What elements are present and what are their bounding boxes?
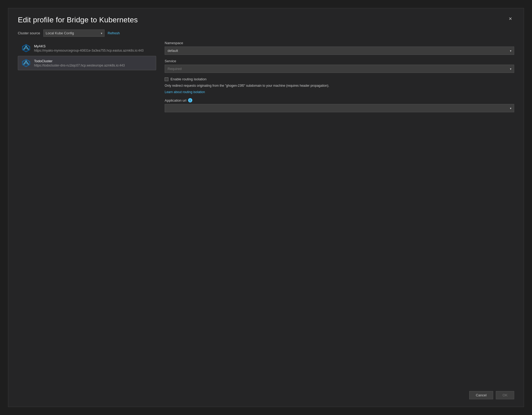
title-bar: Edit profile for Bridge to Kubernetes ✕ — [8, 8, 524, 30]
app-url-label-row: Application url i — [165, 98, 514, 102]
cluster-name-myaks: MyAKS — [34, 44, 144, 48]
namespace-field-group: Namespace default — [165, 41, 514, 55]
cluster-info-todocluster: TodoCluster https://todocluster-dns-ru1b… — [34, 59, 125, 67]
namespace-select[interactable]: default — [165, 47, 514, 55]
app-url-select[interactable] — [165, 104, 514, 112]
cluster-item-todocluster[interactable]: TodoCluster https://todocluster-dns-ru1b… — [18, 56, 156, 70]
app-url-select-wrapper — [165, 104, 514, 112]
aks-icon-myaks — [22, 44, 30, 52]
dialog-footer: Cancel OK — [8, 386, 524, 407]
routing-section: Enable routing isolation Only redirect r… — [165, 77, 514, 94]
svg-point-8 — [23, 64, 24, 65]
cluster-source-select-wrapper: Local Kube Config — [43, 30, 105, 37]
routing-isolation-checkbox[interactable] — [165, 77, 168, 81]
service-label: Service — [165, 59, 514, 63]
namespace-label: Namespace — [165, 41, 514, 45]
aks-icon-todocluster — [22, 59, 30, 67]
service-field-group: Service Required — [165, 59, 514, 73]
app-url-field-group: Application url i — [165, 98, 514, 112]
svg-point-4 — [28, 49, 29, 50]
ok-button[interactable]: OK — [496, 391, 514, 399]
app-url-label: Application url — [165, 98, 186, 102]
refresh-button[interactable]: Refresh — [108, 31, 120, 35]
dialog-body: Cluster source Local Kube Config Refresh — [8, 30, 524, 386]
right-panel: Namespace default Service Required — [165, 41, 514, 386]
cluster-info-myaks: MyAKS https://myaks-myresourcegroup-4083… — [34, 44, 144, 52]
cluster-item-myaks[interactable]: MyAKS https://myaks-myresourcegroup-4083… — [18, 41, 156, 55]
close-button[interactable]: ✕ — [506, 16, 514, 22]
routing-description: Only redirect requests originating from … — [165, 83, 514, 88]
cluster-source-label: Cluster source — [18, 31, 40, 35]
cluster-url-myaks: https://myaks-myresourcegroup-40831e-3a3… — [34, 49, 144, 52]
dialog: Edit profile for Bridge to Kubernetes ✕ … — [8, 8, 524, 407]
cluster-list: MyAKS https://myaks-myresourcegroup-4083… — [18, 41, 156, 386]
routing-checkbox-row: Enable routing isolation — [165, 77, 514, 81]
cluster-source-row: Cluster source Local Kube Config Refresh — [18, 30, 514, 37]
cancel-button[interactable]: Cancel — [469, 391, 493, 399]
svg-point-9 — [28, 64, 29, 65]
app-url-info-icon[interactable]: i — [188, 98, 192, 102]
cluster-source-select[interactable]: Local Kube Config — [43, 30, 105, 37]
service-select[interactable]: Required — [165, 65, 514, 73]
dialog-title: Edit profile for Bridge to Kubernetes — [18, 16, 138, 24]
routing-checkbox-label: Enable routing isolation — [171, 77, 206, 81]
svg-point-2 — [26, 45, 27, 47]
svg-point-3 — [23, 49, 24, 50]
cluster-name-todocluster: TodoCluster — [34, 59, 125, 63]
service-select-wrapper: Required — [165, 65, 514, 73]
namespace-select-wrapper: default — [165, 47, 514, 55]
cluster-url-todocluster: https://todocluster-dns-ru1bqc07.hcp.wes… — [34, 64, 125, 67]
main-content: MyAKS https://myaks-myresourcegroup-4083… — [18, 41, 514, 386]
svg-point-7 — [26, 60, 27, 61]
routing-learn-link[interactable]: Learn about routing isolation — [165, 90, 514, 94]
